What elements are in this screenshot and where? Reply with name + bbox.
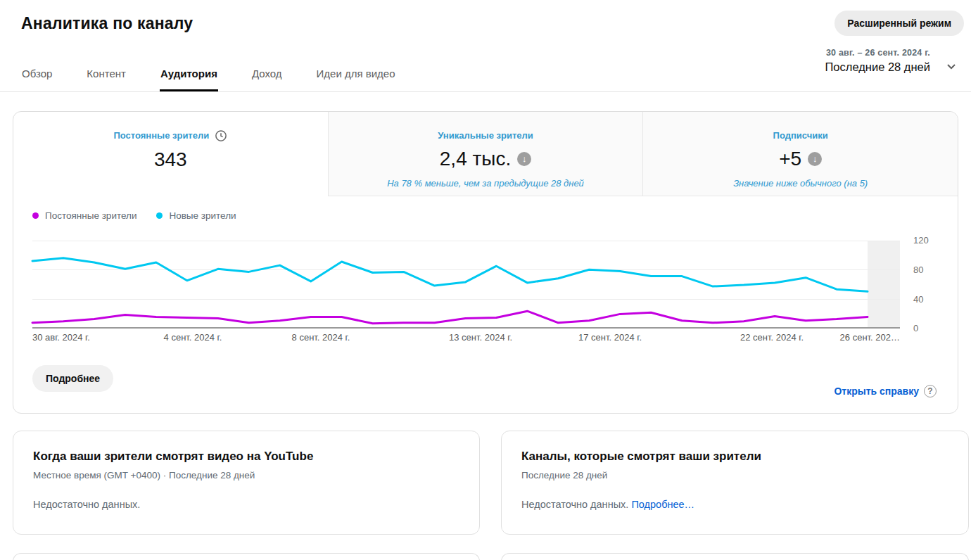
analytics-card: Постоянные зрители 343 Уникальные зрител… xyxy=(13,111,958,414)
legend-label: Постоянные зрители xyxy=(45,210,137,221)
question-circle-icon: ? xyxy=(924,385,937,397)
legend-item-new-viewers: Новые зрители xyxy=(156,210,236,221)
tab-revenue[interactable]: Доход xyxy=(251,68,283,91)
y-tick-120: 120 xyxy=(913,235,929,246)
tab-overview[interactable]: Обзор xyxy=(21,68,53,91)
y-tick-40: 40 xyxy=(913,294,923,305)
card-title: Когда ваши зрители смотрят видео на YouT… xyxy=(33,450,459,464)
legend-dot-cyan xyxy=(156,212,163,219)
legend-item-returning-viewers: Постоянные зрители xyxy=(32,210,137,221)
metric-subtitle: Значение ниже обычного (на 5) xyxy=(643,178,958,189)
metric-value: 343 xyxy=(154,148,187,171)
metric-label: Постоянные зрители xyxy=(113,130,209,141)
card-subtitle: Местное время (GMT +0400) · Последние 28… xyxy=(33,470,459,481)
x-tick-label: 26 сент. 202… xyxy=(840,332,900,343)
x-tick-label: 8 сент. 2024 г. xyxy=(292,332,350,343)
metric-label: Уникальные зрители xyxy=(438,130,533,141)
clock-icon xyxy=(215,129,227,142)
metric-label: Подписчики xyxy=(773,130,828,141)
card-partial-left xyxy=(13,553,480,560)
chart-legend: Постоянные зрители Новые зрители xyxy=(32,210,236,221)
tab-video-ideas[interactable]: Идеи для видео xyxy=(316,68,396,91)
metric-tabs: Постоянные зрители 343 Уникальные зрител… xyxy=(13,112,958,196)
legend-label: Новые зрители xyxy=(169,210,236,221)
card-watch-times: Когда ваши зрители смотрят видео на YouT… xyxy=(13,431,480,535)
arrow-down-circle-icon: ↓ xyxy=(517,152,531,166)
date-range-text: 30 авг. – 26 сент. 2024 г. xyxy=(825,48,930,58)
x-tick-label: 17 сент. 2024 г. xyxy=(578,332,642,343)
card-title: Каналы, которые смотрят ваши зрители xyxy=(521,450,948,464)
card-body-text: Недостаточно данных. xyxy=(521,499,631,510)
open-help-link[interactable]: Открыть справку ? xyxy=(834,385,937,397)
card-body: Недостаточно данных. Подробнее… xyxy=(521,499,948,510)
details-link[interactable]: Подробнее… xyxy=(631,499,694,510)
metric-tab-subscribers[interactable]: Подписчики +5 ↓ Значение ниже обычного (… xyxy=(642,112,958,196)
metric-tab-returning-viewers[interactable]: Постоянные зрители 343 xyxy=(13,112,328,196)
x-tick-label: 22 сент. 2024 г. xyxy=(740,332,804,343)
x-tick-label: 30 авг. 2024 г. xyxy=(32,332,90,343)
page-title: Аналитика по каналу xyxy=(21,14,193,33)
tab-content[interactable]: Контент xyxy=(86,68,127,91)
x-tick-label: 4 сент. 2024 г. xyxy=(164,332,222,343)
card-partial-right xyxy=(501,553,969,560)
line-chart xyxy=(32,233,900,331)
chevron-down-icon[interactable] xyxy=(943,58,960,75)
nav-tabs: Обзор Контент Аудитория Доход Идеи для в… xyxy=(21,68,396,91)
details-button[interactable]: Подробнее xyxy=(32,365,113,392)
advanced-mode-button[interactable]: Расширенный режим xyxy=(834,11,964,36)
open-help-label: Открыть справку xyxy=(834,386,919,397)
card-subtitle: Последние 28 дней xyxy=(521,470,948,481)
metric-subtitle: На 78 % меньше, чем за предыдущие 28 дне… xyxy=(329,178,643,189)
x-tick-label: 13 сент. 2024 г. xyxy=(449,332,512,343)
y-tick-80: 80 xyxy=(913,265,923,275)
metric-value: 2,4 тыс. xyxy=(440,148,511,170)
card-channels-watched: Каналы, которые смотрят ваши зрители Пос… xyxy=(501,431,969,535)
arrow-down-circle-icon: ↓ xyxy=(808,152,822,166)
legend-dot-magenta xyxy=(32,212,39,219)
date-preset-text: Последние 28 дней xyxy=(825,61,930,74)
tab-audience[interactable]: Аудитория xyxy=(160,68,218,91)
metric-value: +5 xyxy=(779,148,801,170)
page-header: Аналитика по каналу Расширенный режим Об… xyxy=(0,0,971,92)
date-range-picker[interactable]: 30 авг. – 26 сент. 2024 г. Последние 28 … xyxy=(825,48,930,74)
metric-tab-unique-viewers[interactable]: Уникальные зрители 2,4 тыс. ↓ На 78 % ме… xyxy=(328,112,643,196)
y-tick-0: 0 xyxy=(913,323,918,333)
card-body: Недостаточно данных. xyxy=(33,499,459,510)
